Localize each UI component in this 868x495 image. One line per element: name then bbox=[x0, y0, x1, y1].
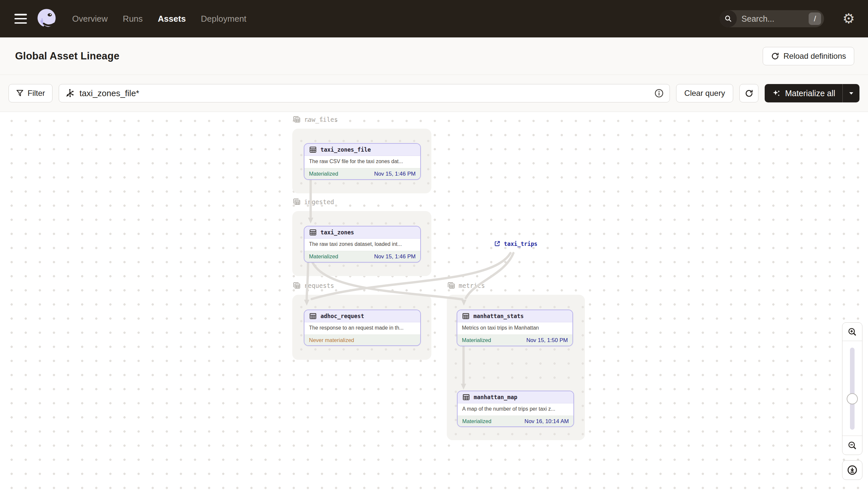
materialization-timestamp: Nov 15, 1:46 PM bbox=[374, 253, 415, 260]
grouped-assets-icon bbox=[292, 115, 301, 124]
group-label-metrics[interactable]: metrics bbox=[447, 281, 485, 290]
grouped-assets-icon bbox=[292, 281, 301, 290]
group-name: requests bbox=[304, 282, 334, 289]
asset-selection-icon bbox=[65, 88, 75, 98]
filter-icon bbox=[16, 90, 24, 97]
asset-name: adhoc_request bbox=[320, 313, 364, 319]
download-center-icon bbox=[847, 464, 858, 476]
nav-item-overview[interactable]: Overview bbox=[72, 14, 108, 24]
materialize-all-label: Materialize all bbox=[785, 89, 835, 98]
grouped-assets-icon bbox=[447, 281, 455, 290]
filter-label: Filter bbox=[28, 89, 45, 98]
hamburger-menu-icon[interactable] bbox=[14, 14, 27, 24]
table-icon bbox=[462, 393, 470, 401]
search-icon bbox=[720, 10, 737, 27]
edge-taxi-trips-to-manhattan-stats bbox=[466, 253, 513, 298]
reload-icon bbox=[771, 52, 779, 61]
asset-name: manhattan_stats bbox=[473, 313, 524, 319]
asset-node-manhattan-map[interactable]: manhattan_map A map of the number of tri… bbox=[457, 391, 574, 427]
asset-node-header: taxi_zones_file bbox=[304, 144, 420, 156]
gear-icon[interactable]: ⚙ bbox=[843, 12, 855, 25]
materialize-options-dropdown[interactable] bbox=[843, 84, 860, 102]
zoom-slider-handle[interactable] bbox=[847, 393, 858, 405]
reload-label: Reload definitions bbox=[783, 52, 846, 61]
nav-item-deployment[interactable]: Deployment bbox=[201, 14, 246, 24]
grouped-assets-icon bbox=[292, 198, 301, 206]
table-icon bbox=[462, 312, 470, 320]
zoom-out-button[interactable] bbox=[843, 436, 862, 455]
asset-selection-input-box[interactable] bbox=[59, 84, 670, 102]
search-box[interactable]: / bbox=[720, 10, 824, 27]
table-icon bbox=[309, 146, 317, 154]
caret-down-icon bbox=[849, 92, 854, 95]
lineage-toolbar: Filter Clear query Materialize all bbox=[0, 75, 868, 112]
asset-description: The response to an request made in th... bbox=[304, 322, 420, 335]
status-badge: Materialized bbox=[462, 418, 491, 424]
group-label-requests[interactable]: requests bbox=[292, 281, 334, 290]
asset-description: The raw CSV file for the taxi zones dat.… bbox=[304, 156, 420, 168]
asset-status-bar: Materialized Nov 15, 1:50 PM bbox=[457, 335, 572, 346]
asset-node-header: manhattan_map bbox=[458, 391, 573, 404]
group-label-ingested[interactable]: ingested bbox=[292, 198, 334, 206]
nav-item-assets[interactable]: Assets bbox=[158, 14, 186, 24]
status-badge: Materialized bbox=[309, 253, 338, 260]
top-nav: Overview Runs Assets Deployment / ⚙ bbox=[0, 0, 868, 37]
materialization-timestamp: Nov 15, 1:50 PM bbox=[526, 337, 568, 344]
zoom-out-icon bbox=[847, 441, 857, 450]
zoom-slider[interactable] bbox=[843, 341, 862, 436]
reload-definitions-button[interactable]: Reload definitions bbox=[763, 47, 854, 65]
materialization-timestamp: Nov 15, 1:46 PM bbox=[374, 171, 415, 177]
asset-description: A map of the number of trips per taxi z.… bbox=[458, 404, 573, 415]
dagster-logo[interactable] bbox=[35, 7, 58, 30]
search-input[interactable] bbox=[737, 14, 809, 24]
group-name: metrics bbox=[459, 282, 485, 289]
zoom-in-button[interactable] bbox=[843, 323, 862, 341]
asset-status-bar: Materialized Nov 15, 1:46 PM bbox=[304, 251, 420, 262]
zoom-slider-track[interactable] bbox=[850, 347, 854, 430]
external-asset-taxi-trips[interactable]: taxi_trips bbox=[494, 240, 537, 247]
page-header: Global Asset Lineage Reload definitions bbox=[0, 37, 868, 75]
page-title: Global Asset Lineage bbox=[15, 50, 119, 62]
clear-query-button[interactable]: Clear query bbox=[676, 84, 733, 102]
asset-status-bar: Materialized Nov 15, 1:46 PM bbox=[304, 168, 420, 179]
asset-node-taxi-zones[interactable]: taxi_zones The raw taxi zones dataset, l… bbox=[304, 226, 421, 262]
asset-status-bar: Materialized Nov 16, 10:14 AM bbox=[458, 415, 573, 427]
fit-to-view-button[interactable] bbox=[842, 460, 863, 480]
info-icon[interactable] bbox=[654, 89, 663, 98]
materialize-all-button[interactable]: Materialize all bbox=[765, 84, 843, 102]
status-badge: Never materialized bbox=[309, 337, 354, 343]
asset-node-manhattan-stats[interactable]: manhattan_stats Metrics on taxi trips in… bbox=[457, 309, 573, 346]
status-badge: Materialized bbox=[462, 337, 491, 343]
slash-shortcut-badge: / bbox=[809, 13, 821, 25]
materialize-all-split-button: Materialize all bbox=[765, 84, 860, 102]
status-badge: Materialized bbox=[309, 171, 338, 177]
group-label-raw-files[interactable]: raw_files bbox=[292, 115, 338, 124]
asset-node-header: taxi_zones bbox=[304, 226, 420, 239]
external-link-icon bbox=[494, 240, 501, 247]
lineage-canvas[interactable]: raw_files ingested requests metrics bbox=[0, 112, 868, 495]
zoom-in-icon bbox=[847, 327, 857, 337]
sparkle-icon bbox=[772, 89, 781, 98]
asset-description: Metrics on taxi trips in Manhattan bbox=[457, 322, 572, 335]
group-name: ingested bbox=[304, 198, 334, 205]
table-icon bbox=[309, 228, 317, 236]
lineage-edges bbox=[0, 112, 868, 495]
asset-description: The raw taxi zones dataset, loaded int..… bbox=[304, 239, 420, 251]
clear-query-label: Clear query bbox=[684, 89, 725, 98]
group-name: raw_files bbox=[304, 116, 338, 123]
asset-node-taxi-zones-file[interactable]: taxi_zones_file The raw CSV file for the… bbox=[304, 143, 421, 180]
nav-item-runs[interactable]: Runs bbox=[123, 14, 143, 24]
asset-name: manhattan_map bbox=[474, 394, 517, 400]
filter-button[interactable]: Filter bbox=[8, 84, 52, 102]
asset-node-adhoc-request[interactable]: adhoc_request The response to an request… bbox=[304, 309, 421, 346]
materialization-timestamp: Nov 16, 10:14 AM bbox=[525, 418, 569, 425]
nav-links: Overview Runs Assets Deployment bbox=[72, 14, 246, 24]
refresh-button[interactable] bbox=[739, 84, 758, 102]
table-icon bbox=[309, 312, 317, 320]
external-asset-name: taxi_trips bbox=[504, 241, 537, 247]
asset-selection-input[interactable] bbox=[79, 88, 650, 99]
asset-node-header: adhoc_request bbox=[304, 310, 420, 322]
asset-status-bar: Never materialized bbox=[304, 335, 420, 346]
asset-node-header: manhattan_stats bbox=[457, 310, 572, 322]
refresh-icon bbox=[745, 89, 754, 98]
